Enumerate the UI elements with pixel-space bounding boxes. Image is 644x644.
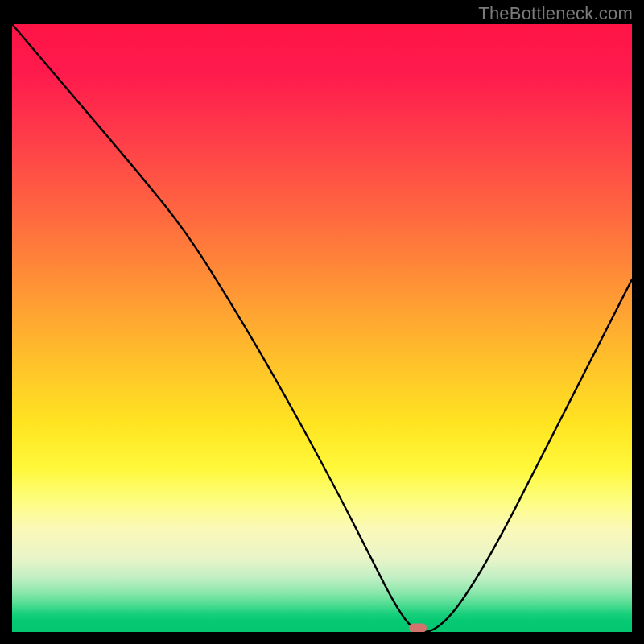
plot-area [12,24,632,632]
chart-stage: TheBottleneck.com [0,0,644,644]
bottleneck-curve [12,24,632,632]
optimum-marker [409,623,427,632]
watermark-text: TheBottleneck.com [478,3,633,24]
curve-path [12,24,632,632]
